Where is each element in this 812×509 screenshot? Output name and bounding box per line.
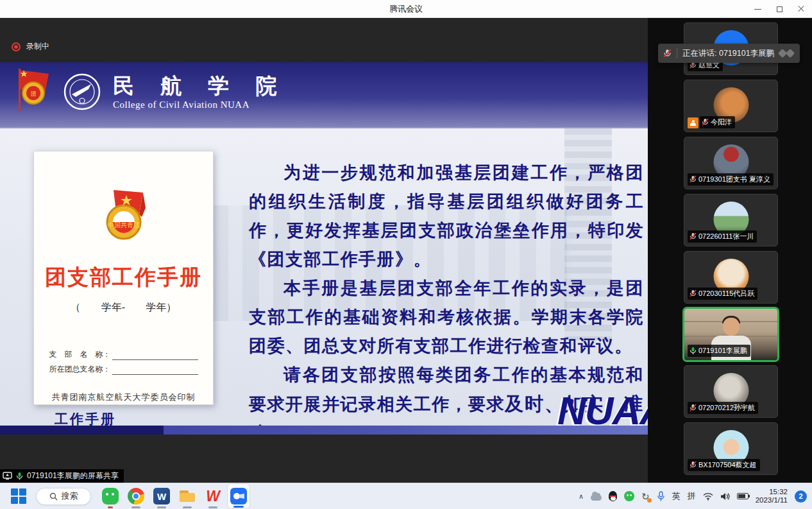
handbook-subtitle: （ 学年- 学年） <box>71 301 176 315</box>
recording-indicator: 录制中 <box>12 41 49 52</box>
meeting-window: 录制中 团 <box>0 18 812 483</box>
muted-mic-icon <box>689 232 697 241</box>
screen-share-statusbar: 0719101李展鹏的屏幕共享 <box>0 469 124 483</box>
window-titlebar: 腾讯会议 <box>0 0 812 18</box>
taskbar-app-meeting[interactable] <box>227 483 250 509</box>
taskbar-app-wps[interactable]: W <box>201 483 224 509</box>
video-person-head <box>723 318 740 336</box>
sync-tray-icon[interactable]: ↻ <box>641 492 650 501</box>
window-title: 腾讯会议 <box>389 3 423 15</box>
screen-share-icon <box>3 472 12 480</box>
handbook-fields: 支 部 名 称： 所在团总支名称： <box>49 345 198 375</box>
maximize-button[interactable] <box>768 0 790 18</box>
slide-bottom-bar <box>0 426 648 435</box>
participant-name-label: 072260111张一川 <box>688 230 757 243</box>
ime-english-indicator[interactable]: 英 <box>672 490 681 502</box>
taskbar-search[interactable]: 搜索 <box>36 488 91 505</box>
participant-tile[interactable]: 072030115代吕跃 <box>684 251 778 304</box>
taskbar-apps: W W <box>99 483 250 509</box>
active-mic-icon <box>689 347 697 355</box>
minimize-button[interactable] <box>747 0 768 18</box>
close-button[interactable] <box>790 0 812 18</box>
participant-name-label: 0719301团支书 夏淳义 <box>688 173 774 185</box>
wechat-icon <box>102 488 119 505</box>
maximize-icon <box>777 6 782 12</box>
handbook-title: 团支部工作手册 <box>45 263 202 292</box>
start-button[interactable] <box>10 488 27 505</box>
muted-mic-icon <box>702 118 709 126</box>
tooltip-divider <box>677 48 677 58</box>
muted-mic-icon <box>689 461 697 469</box>
tray-time: 15:32 <box>756 488 788 496</box>
participant-name-label: BX1707504蔡文超 <box>688 459 760 471</box>
participant-name-label: 072070212孙宇航 <box>688 402 758 414</box>
participant-tile[interactable]: BX1707504蔡文超 <box>684 422 778 475</box>
college-name-en: College of Civil Aviation NUAA <box>113 99 287 110</box>
speaking-tooltip-text: 正在讲话: 0719101李展鹏 <box>682 48 774 59</box>
person-icon <box>690 120 696 126</box>
host-badge <box>688 117 698 128</box>
participant-name-label: 0719101李展鹏 <box>688 345 750 357</box>
slide-bottom-bar-progress <box>0 426 164 435</box>
speaking-tooltip: 正在讲话: 0719101李展鹏 <box>658 44 800 63</box>
youth-league-emblem-icon: 中国共青团 <box>101 189 147 250</box>
youth-league-flag-icon: 团 <box>15 67 51 116</box>
taskbar-app-word[interactable]: W <box>150 483 173 509</box>
active-mic-icon <box>16 472 23 481</box>
slide-paragraph-1: 为进一步规范和加强基层团建工作，严格团的组织生活制度，指导基层团组织做好团务工作… <box>249 159 644 274</box>
participant-tile[interactable]: 072260111张一川 <box>684 194 778 246</box>
folder-icon <box>179 488 196 505</box>
tray-clock[interactable]: 15:32 2023/1/11 <box>756 488 788 505</box>
muted-mic-icon <box>663 49 672 58</box>
notification-badge[interactable]: 2 <box>795 490 807 503</box>
branch-name-blank-line <box>112 352 198 360</box>
taskbar-app-chrome[interactable] <box>124 483 148 509</box>
tencent-meeting-icon <box>230 488 247 505</box>
presentation-slide: 团 民 航 学 院 College of Civil Aviation NUAA <box>0 62 648 435</box>
muted-mic-icon <box>689 175 697 184</box>
word-icon: W <box>153 488 170 505</box>
participants-panel[interactable]: 赵慧文 赵慧文 <box>648 18 812 483</box>
general-branch-blank-line <box>112 367 198 375</box>
close-icon <box>798 6 804 12</box>
battery-icon[interactable] <box>737 493 749 499</box>
qq-tray-icon[interactable] <box>609 491 617 501</box>
screen-share-label: 0719101李展鹏的屏幕共享 <box>27 470 119 481</box>
search-icon <box>49 492 58 501</box>
meeting-logo-watermark-icon <box>779 50 793 56</box>
microphone-tray-icon[interactable] <box>657 491 665 502</box>
volume-icon[interactable] <box>720 492 730 501</box>
cloud-tray-icon[interactable] <box>591 495 602 501</box>
ime-pinyin-indicator[interactable]: 拼 <box>688 490 696 502</box>
participant-tile[interactable]: 072070212孙宇航 <box>684 365 778 418</box>
nuaa-logo-icon <box>63 73 101 111</box>
window-controls <box>747 0 812 18</box>
participant-tile[interactable]: 0719301团支书 夏淳义 <box>684 137 778 189</box>
handbook-publisher: 共青团南京航空航天大学委员会印制 <box>52 392 196 403</box>
recording-dot-icon <box>12 42 21 51</box>
general-branch-label: 所在团总支名称： <box>49 364 111 375</box>
chrome-icon <box>128 488 144 505</box>
minimize-icon <box>754 9 761 10</box>
taskbar-app-wechat[interactable] <box>99 483 122 509</box>
college-name-cn: 民 航 学 院 <box>113 74 287 98</box>
shared-screen-stage: 录制中 团 <box>0 18 648 483</box>
taskbar-app-explorer[interactable] <box>176 483 199 509</box>
muted-mic-icon <box>689 289 697 298</box>
slide-header-band: 团 民 航 学 院 College of Civil Aviation NUAA <box>0 62 648 128</box>
wechat-tray-icon[interactable] <box>624 491 634 501</box>
svg-text:中国共青团: 中国共青团 <box>108 221 140 229</box>
participant-name-label: 072030115代吕跃 <box>688 288 757 300</box>
tray-date: 2023/1/11 <box>756 496 788 505</box>
slide-paragraph-2: 本手册是基层团支部全年工作的实录，是团支部工作的基础资料和考核依据。学期末各学院… <box>249 274 644 361</box>
tray-expand-chevron-icon[interactable]: ∧ <box>579 492 584 501</box>
wps-icon: W <box>205 488 221 505</box>
wifi-icon[interactable] <box>703 492 713 501</box>
recording-label: 录制中 <box>26 41 49 52</box>
participant-tile[interactable]: 今阳洋 <box>684 80 778 132</box>
system-tray: ∧ ↻ 英 拼 <box>579 483 807 509</box>
windows-taskbar: 搜索 W W ∧ <box>0 483 812 509</box>
handbook-cover: 中国共青团 团支部工作手册 （ 学年- 学年） 支 部 名 称： 所在团总支名称… <box>33 151 214 405</box>
participant-tile-speaking[interactable]: 0719101李展鹏 <box>684 308 778 361</box>
svg-text:团: 团 <box>31 91 37 97</box>
